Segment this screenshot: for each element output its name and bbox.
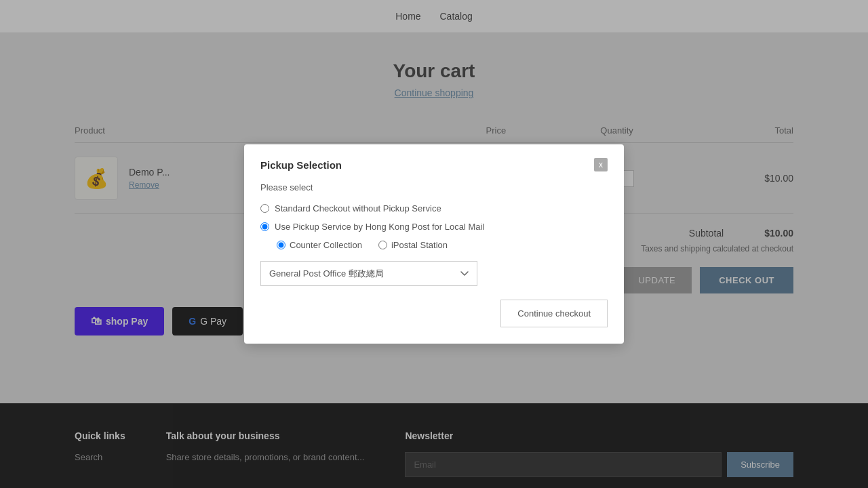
pickup-selection-modal: Pickup Selection x Please select Standar… <box>244 144 624 344</box>
modal-close-button[interactable]: x <box>594 158 608 171</box>
location-dropdown-wrapper: General Post Office 郵政總局 Kowloon Central… <box>260 261 608 286</box>
ipostal-option[interactable]: iPostal Station <box>378 240 448 250</box>
continue-checkout-button[interactable]: Continue checkout <box>500 300 608 327</box>
modal-footer: Continue checkout <box>260 300 608 327</box>
counter-option[interactable]: Counter Collection <box>277 240 362 250</box>
modal-subtitle: Please select <box>260 182 608 192</box>
standard-option[interactable]: Standard Checkout without Pickup Service <box>260 203 608 214</box>
pickup-option[interactable]: Use Pickup Service by Hong Kong Post for… <box>260 222 608 232</box>
modal-header: Pickup Selection x <box>260 158 608 171</box>
standard-radio[interactable] <box>260 204 269 213</box>
pickup-label: Use Pickup Service by Hong Kong Post for… <box>275 222 484 232</box>
pickup-radio[interactable] <box>260 222 269 231</box>
modal-overlay: Pickup Selection x Please select Standar… <box>0 0 868 488</box>
ipostal-radio[interactable] <box>378 241 387 249</box>
counter-label: Counter Collection <box>290 240 362 250</box>
counter-radio[interactable] <box>277 241 285 249</box>
modal-title: Pickup Selection <box>260 159 342 171</box>
standard-label: Standard Checkout without Pickup Service <box>275 203 441 214</box>
sub-options: Counter Collection iPostal Station <box>277 240 608 250</box>
location-select[interactable]: General Post Office 郵政總局 Kowloon Central… <box>260 261 477 286</box>
ipostal-label: iPostal Station <box>391 240 448 250</box>
